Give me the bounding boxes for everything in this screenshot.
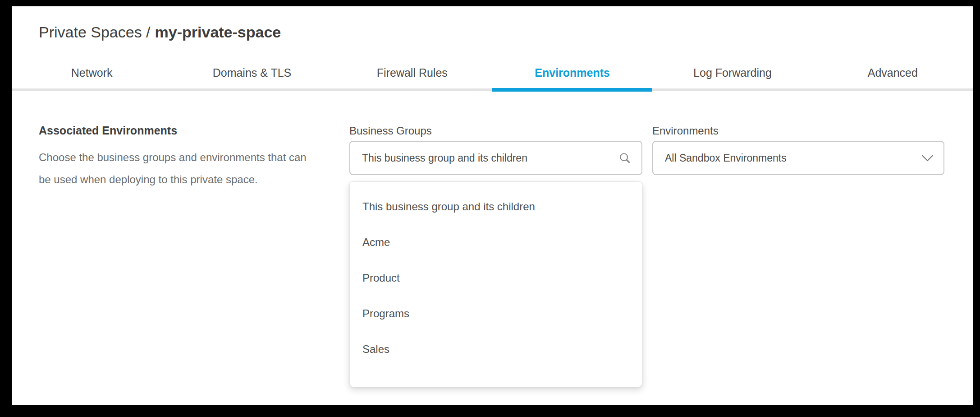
dropdown-option-sales[interactable]: Sales xyxy=(350,331,642,367)
breadcrumb: Private Spaces /my-private-space xyxy=(39,23,281,41)
associated-environments-section: Associated Environments Choose the busin… xyxy=(39,124,316,190)
environments-selected-value: All Sandbox Environments xyxy=(653,152,921,164)
business-groups-label: Business Groups xyxy=(349,125,432,137)
screenshot-frame: { "header": { "breadcrumb_root": "Privat… xyxy=(0,0,980,417)
tab-environments[interactable]: Environments xyxy=(492,57,652,88)
tab-bar: Network Domains & TLS Firewall Rules Env… xyxy=(12,57,973,91)
dropdown-option-acme[interactable]: Acme xyxy=(350,224,642,260)
environments-select[interactable]: All Sandbox Environments xyxy=(652,141,944,175)
section-heading: Associated Environments xyxy=(39,124,316,137)
tab-domains-tls[interactable]: Domains & TLS xyxy=(172,57,332,88)
section-description: Choose the business groups and environme… xyxy=(39,146,316,190)
tab-firewall-rules[interactable]: Firewall Rules xyxy=(332,57,492,88)
chevron-down-icon xyxy=(921,154,934,162)
dropdown-option-programs[interactable]: Programs xyxy=(350,296,642,331)
active-tab-underline xyxy=(492,88,652,92)
tab-environments-label: Environments xyxy=(535,66,610,79)
environments-label: Environments xyxy=(652,125,719,137)
business-groups-dropdown: This business group and its children Acm… xyxy=(349,181,642,387)
page-title: my-private-space xyxy=(155,23,281,41)
search-icon xyxy=(618,151,632,165)
tab-advanced[interactable]: Advanced xyxy=(813,57,973,88)
dropdown-option-this-business-group[interactable]: This business group and its children xyxy=(350,189,642,224)
business-groups-input[interactable] xyxy=(350,142,618,174)
tab-network[interactable]: Network xyxy=(12,57,172,88)
business-groups-combobox[interactable] xyxy=(349,141,642,175)
page: Private Spaces /my-private-space Network… xyxy=(12,6,973,405)
dropdown-option-product[interactable]: Product xyxy=(350,260,642,296)
tab-log-forwarding[interactable]: Log Forwarding xyxy=(652,57,812,88)
breadcrumb-root[interactable]: Private Spaces / xyxy=(39,23,151,41)
